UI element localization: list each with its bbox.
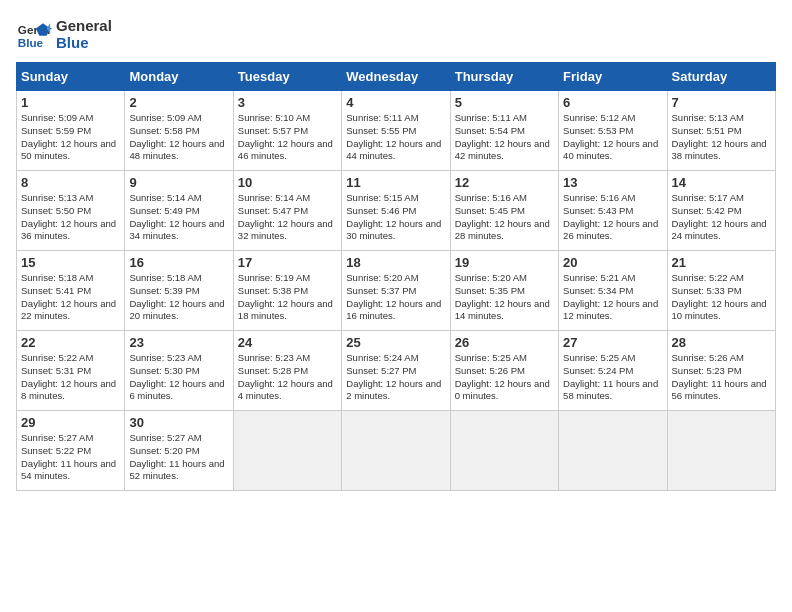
day-info: Sunrise: 5:26 AMSunset: 5:23 PMDaylight:… bbox=[672, 352, 771, 403]
day-info: Sunrise: 5:18 AMSunset: 5:41 PMDaylight:… bbox=[21, 272, 120, 323]
day-info: Sunrise: 5:18 AMSunset: 5:39 PMDaylight:… bbox=[129, 272, 228, 323]
day-number: 29 bbox=[21, 415, 120, 430]
day-info: Sunrise: 5:10 AMSunset: 5:57 PMDaylight:… bbox=[238, 112, 337, 163]
svg-text:Blue: Blue bbox=[18, 36, 44, 49]
calendar-cell: 22Sunrise: 5:22 AMSunset: 5:31 PMDayligh… bbox=[17, 331, 125, 411]
day-info: Sunrise: 5:11 AMSunset: 5:55 PMDaylight:… bbox=[346, 112, 445, 163]
day-number: 10 bbox=[238, 175, 337, 190]
day-number: 11 bbox=[346, 175, 445, 190]
calendar-table: SundayMondayTuesdayWednesdayThursdayFrid… bbox=[16, 62, 776, 491]
day-info: Sunrise: 5:25 AMSunset: 5:26 PMDaylight:… bbox=[455, 352, 554, 403]
calendar-cell: 28Sunrise: 5:26 AMSunset: 5:23 PMDayligh… bbox=[667, 331, 775, 411]
day-number: 21 bbox=[672, 255, 771, 270]
calendar-cell: 5Sunrise: 5:11 AMSunset: 5:54 PMDaylight… bbox=[450, 91, 558, 171]
day-info: Sunrise: 5:24 AMSunset: 5:27 PMDaylight:… bbox=[346, 352, 445, 403]
day-info: Sunrise: 5:11 AMSunset: 5:54 PMDaylight:… bbox=[455, 112, 554, 163]
week-row-2: 8Sunrise: 5:13 AMSunset: 5:50 PMDaylight… bbox=[17, 171, 776, 251]
calendar-cell: 11Sunrise: 5:15 AMSunset: 5:46 PMDayligh… bbox=[342, 171, 450, 251]
day-number: 27 bbox=[563, 335, 662, 350]
header-thursday: Thursday bbox=[450, 63, 558, 91]
header-sunday: Sunday bbox=[17, 63, 125, 91]
logo-general: General bbox=[56, 17, 112, 34]
day-info: Sunrise: 5:22 AMSunset: 5:33 PMDaylight:… bbox=[672, 272, 771, 323]
calendar-cell: 16Sunrise: 5:18 AMSunset: 5:39 PMDayligh… bbox=[125, 251, 233, 331]
day-number: 28 bbox=[672, 335, 771, 350]
day-info: Sunrise: 5:23 AMSunset: 5:30 PMDaylight:… bbox=[129, 352, 228, 403]
day-info: Sunrise: 5:13 AMSunset: 5:51 PMDaylight:… bbox=[672, 112, 771, 163]
day-number: 22 bbox=[21, 335, 120, 350]
week-row-1: 1Sunrise: 5:09 AMSunset: 5:59 PMDaylight… bbox=[17, 91, 776, 171]
day-number: 3 bbox=[238, 95, 337, 110]
day-number: 26 bbox=[455, 335, 554, 350]
day-number: 23 bbox=[129, 335, 228, 350]
header-tuesday: Tuesday bbox=[233, 63, 341, 91]
header-monday: Monday bbox=[125, 63, 233, 91]
week-row-5: 29Sunrise: 5:27 AMSunset: 5:22 PMDayligh… bbox=[17, 411, 776, 491]
header: General Blue General Blue bbox=[16, 16, 776, 52]
day-info: Sunrise: 5:27 AMSunset: 5:22 PMDaylight:… bbox=[21, 432, 120, 483]
calendar-cell: 20Sunrise: 5:21 AMSunset: 5:34 PMDayligh… bbox=[559, 251, 667, 331]
calendar-cell: 21Sunrise: 5:22 AMSunset: 5:33 PMDayligh… bbox=[667, 251, 775, 331]
calendar-cell: 29Sunrise: 5:27 AMSunset: 5:22 PMDayligh… bbox=[17, 411, 125, 491]
day-number: 2 bbox=[129, 95, 228, 110]
day-info: Sunrise: 5:17 AMSunset: 5:42 PMDaylight:… bbox=[672, 192, 771, 243]
logo: General Blue General Blue bbox=[16, 16, 112, 52]
day-number: 19 bbox=[455, 255, 554, 270]
calendar-cell: 1Sunrise: 5:09 AMSunset: 5:59 PMDaylight… bbox=[17, 91, 125, 171]
calendar-cell: 30Sunrise: 5:27 AMSunset: 5:20 PMDayligh… bbox=[125, 411, 233, 491]
calendar-cell: 12Sunrise: 5:16 AMSunset: 5:45 PMDayligh… bbox=[450, 171, 558, 251]
day-info: Sunrise: 5:09 AMSunset: 5:58 PMDaylight:… bbox=[129, 112, 228, 163]
day-info: Sunrise: 5:15 AMSunset: 5:46 PMDaylight:… bbox=[346, 192, 445, 243]
day-info: Sunrise: 5:22 AMSunset: 5:31 PMDaylight:… bbox=[21, 352, 120, 403]
day-info: Sunrise: 5:20 AMSunset: 5:35 PMDaylight:… bbox=[455, 272, 554, 323]
calendar-cell: 27Sunrise: 5:25 AMSunset: 5:24 PMDayligh… bbox=[559, 331, 667, 411]
calendar-cell: 25Sunrise: 5:24 AMSunset: 5:27 PMDayligh… bbox=[342, 331, 450, 411]
calendar-cell: 6Sunrise: 5:12 AMSunset: 5:53 PMDaylight… bbox=[559, 91, 667, 171]
calendar-cell: 24Sunrise: 5:23 AMSunset: 5:28 PMDayligh… bbox=[233, 331, 341, 411]
day-number: 30 bbox=[129, 415, 228, 430]
header-saturday: Saturday bbox=[667, 63, 775, 91]
calendar-cell: 17Sunrise: 5:19 AMSunset: 5:38 PMDayligh… bbox=[233, 251, 341, 331]
calendar-cell bbox=[559, 411, 667, 491]
header-friday: Friday bbox=[559, 63, 667, 91]
calendar-cell: 18Sunrise: 5:20 AMSunset: 5:37 PMDayligh… bbox=[342, 251, 450, 331]
day-info: Sunrise: 5:14 AMSunset: 5:49 PMDaylight:… bbox=[129, 192, 228, 243]
day-number: 5 bbox=[455, 95, 554, 110]
calendar-cell: 7Sunrise: 5:13 AMSunset: 5:51 PMDaylight… bbox=[667, 91, 775, 171]
day-number: 18 bbox=[346, 255, 445, 270]
logo-blue: Blue bbox=[56, 34, 112, 51]
day-info: Sunrise: 5:19 AMSunset: 5:38 PMDaylight:… bbox=[238, 272, 337, 323]
day-number: 16 bbox=[129, 255, 228, 270]
day-info: Sunrise: 5:25 AMSunset: 5:24 PMDaylight:… bbox=[563, 352, 662, 403]
day-info: Sunrise: 5:12 AMSunset: 5:53 PMDaylight:… bbox=[563, 112, 662, 163]
calendar-cell: 13Sunrise: 5:16 AMSunset: 5:43 PMDayligh… bbox=[559, 171, 667, 251]
calendar-cell: 9Sunrise: 5:14 AMSunset: 5:49 PMDaylight… bbox=[125, 171, 233, 251]
day-number: 14 bbox=[672, 175, 771, 190]
calendar-cell: 2Sunrise: 5:09 AMSunset: 5:58 PMDaylight… bbox=[125, 91, 233, 171]
day-number: 9 bbox=[129, 175, 228, 190]
calendar-cell: 26Sunrise: 5:25 AMSunset: 5:26 PMDayligh… bbox=[450, 331, 558, 411]
day-number: 1 bbox=[21, 95, 120, 110]
day-number: 17 bbox=[238, 255, 337, 270]
calendar-cell bbox=[667, 411, 775, 491]
day-info: Sunrise: 5:13 AMSunset: 5:50 PMDaylight:… bbox=[21, 192, 120, 243]
day-number: 12 bbox=[455, 175, 554, 190]
day-number: 8 bbox=[21, 175, 120, 190]
calendar-cell: 3Sunrise: 5:10 AMSunset: 5:57 PMDaylight… bbox=[233, 91, 341, 171]
day-info: Sunrise: 5:27 AMSunset: 5:20 PMDaylight:… bbox=[129, 432, 228, 483]
day-info: Sunrise: 5:09 AMSunset: 5:59 PMDaylight:… bbox=[21, 112, 120, 163]
logo-icon: General Blue bbox=[16, 16, 52, 52]
calendar-cell: 4Sunrise: 5:11 AMSunset: 5:55 PMDaylight… bbox=[342, 91, 450, 171]
calendar-cell bbox=[450, 411, 558, 491]
day-info: Sunrise: 5:20 AMSunset: 5:37 PMDaylight:… bbox=[346, 272, 445, 323]
day-info: Sunrise: 5:16 AMSunset: 5:43 PMDaylight:… bbox=[563, 192, 662, 243]
calendar-cell: 15Sunrise: 5:18 AMSunset: 5:41 PMDayligh… bbox=[17, 251, 125, 331]
calendar-cell: 14Sunrise: 5:17 AMSunset: 5:42 PMDayligh… bbox=[667, 171, 775, 251]
header-row: SundayMondayTuesdayWednesdayThursdayFrid… bbox=[17, 63, 776, 91]
week-row-3: 15Sunrise: 5:18 AMSunset: 5:41 PMDayligh… bbox=[17, 251, 776, 331]
calendar-cell: 23Sunrise: 5:23 AMSunset: 5:30 PMDayligh… bbox=[125, 331, 233, 411]
calendar-cell bbox=[342, 411, 450, 491]
calendar-cell: 8Sunrise: 5:13 AMSunset: 5:50 PMDaylight… bbox=[17, 171, 125, 251]
day-number: 4 bbox=[346, 95, 445, 110]
calendar-cell: 10Sunrise: 5:14 AMSunset: 5:47 PMDayligh… bbox=[233, 171, 341, 251]
